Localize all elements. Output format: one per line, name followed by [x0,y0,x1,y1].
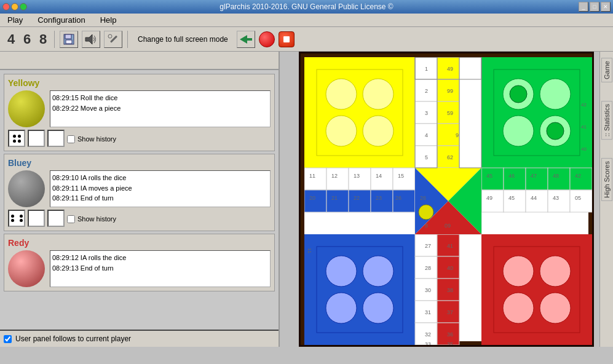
panel-scroll[interactable]: Yellowy 08:29:15 Roll the dice 08:29:22 … [0,70,279,330]
svg-rect-68 [504,168,526,190]
menu-play[interactable]: Play [2,14,28,26]
minimize-dot[interactable] [11,3,18,10]
svg-rect-73 [548,190,570,212]
tab-game-label: Game [603,61,611,79]
maximize-dot[interactable] [20,3,27,10]
player-log-red: 08:29:12 IA rolls the dice 08:29:13 End … [50,250,271,287]
follow-player-label: User panel follows to current player [15,334,131,343]
avatar-red [8,250,45,287]
ludo-board-svg[interactable]: 1 49 2 99 3 59 4 9 5 62 27 41 28 [304,57,592,345]
svg-point-22 [326,256,357,287]
svg-point-135 [419,205,433,220]
number-4: 4 [5,31,17,47]
svg-text:41: 41 [447,243,453,249]
dice-box-blue [8,210,25,227]
dice-dots [11,133,23,144]
speaker-button[interactable] [82,31,100,48]
svg-text:28: 28 [425,265,431,271]
window-title: glParchis 2010-2016. GNU General Public … [219,2,393,11]
tab-game[interactable]: Game [601,58,612,82]
number-8: 8 [37,31,49,47]
log-entry: 08:29:15 Roll the dice [52,93,268,103]
separator-2 [127,31,128,48]
svg-marker-3 [85,34,92,44]
stop-icon [283,36,290,42]
menu-help[interactable]: Help [95,14,122,26]
svg-text:21: 21 [331,195,338,201]
show-history-checkbox-yellow[interactable] [67,135,75,143]
go-button[interactable] [237,31,255,48]
svg-point-23 [363,256,394,287]
svg-text:48: 48 [553,173,559,179]
svg-rect-72 [548,168,570,190]
close-dot[interactable] [2,3,10,10]
number-6: 6 [21,31,33,47]
dot [20,215,23,218]
svg-rect-66 [481,168,504,190]
right-tabs: Game :: Statistics High Scores [599,52,613,347]
restore-button[interactable]: □ [590,2,599,12]
tab-statistics[interactable]: :: Statistics [601,101,612,140]
player-panel-yellow: Yellowy 08:29:15 Roll the dice 08:29:22 … [4,74,275,151]
stop-button[interactable] [279,31,295,47]
player-name-red: Redy [8,238,271,248]
fullscreen-button[interactable]: Change to full screen mode [133,33,233,46]
log-entry: 08:29:12 IA rolls the dice [52,253,268,263]
svg-rect-62 [371,168,393,190]
svg-text:45: 45 [486,173,492,179]
show-history-label-blue: Show history [77,215,116,223]
dot [13,140,16,143]
svg-rect-65 [393,190,415,212]
svg-rect-75 [570,190,592,212]
svg-rect-2 [66,40,72,44]
svg-text:12: 12 [331,173,338,179]
svg-rect-16 [494,69,580,156]
empty-dot [15,215,18,218]
follow-player-checkbox[interactable] [4,335,12,343]
svg-rect-1 [65,34,71,39]
dot [11,219,14,222]
save-button[interactable] [60,31,78,48]
svg-text:26: 26 [395,195,401,201]
svg-text:42: 42 [575,173,581,179]
svg-text:36: 36 [447,331,453,338]
svg-rect-83 [459,57,481,168]
svg-text:13: 13 [354,173,360,179]
player-log-blue: 08:29:10 IA rolls the dice 08:29:11 IA m… [50,170,271,207]
menu-configuration[interactable]: Configuration [33,14,90,26]
show-history-checkbox-blue[interactable] [67,215,75,223]
menubar: Play Configuration Help [0,14,613,27]
svg-text:41: 41 [581,124,587,130]
bottom-bar: User panel follows to current player [0,330,279,347]
floppy-icon [63,33,75,46]
svg-text:31: 31 [425,309,431,315]
svg-point-24 [326,293,357,323]
board-inner: 1 49 2 99 3 59 4 9 5 62 27 41 28 [304,57,588,341]
log-entry: 08:29:10 IA rolls the dice [52,173,268,183]
dot [13,135,16,138]
svg-text:43: 43 [553,195,559,201]
svg-rect-59 [326,190,349,212]
minimize-button[interactable]: _ [579,2,588,12]
svg-text:99: 99 [447,88,453,94]
wrench-button[interactable] [104,31,122,48]
svg-rect-4 [110,35,117,42]
player-name-blue: Bluey [8,158,271,168]
close-button[interactable]: ✕ [601,2,611,12]
red-circle-button[interactable] [259,31,275,47]
svg-text:35: 35 [447,341,453,345]
svg-text:14: 14 [376,173,382,179]
token-box-1-blue [28,210,45,227]
token-box-2-yellow [47,130,65,147]
svg-text:62: 62 [447,154,453,160]
titlebar-controls: _ □ ✕ [579,2,611,12]
svg-point-18 [540,79,571,109]
token-box-1-yellow [28,130,45,147]
tab-highscores[interactable]: High Scores [601,158,612,201]
titlebar-left [2,3,27,10]
svg-point-15 [363,116,394,146]
toolbar: 4 6 8 Change to full screen mode [0,27,613,52]
show-history-blue: Show history [67,215,116,223]
svg-text:22: 22 [354,195,360,201]
board-container: 1 49 2 99 3 59 4 9 5 62 27 41 28 [299,52,594,347]
